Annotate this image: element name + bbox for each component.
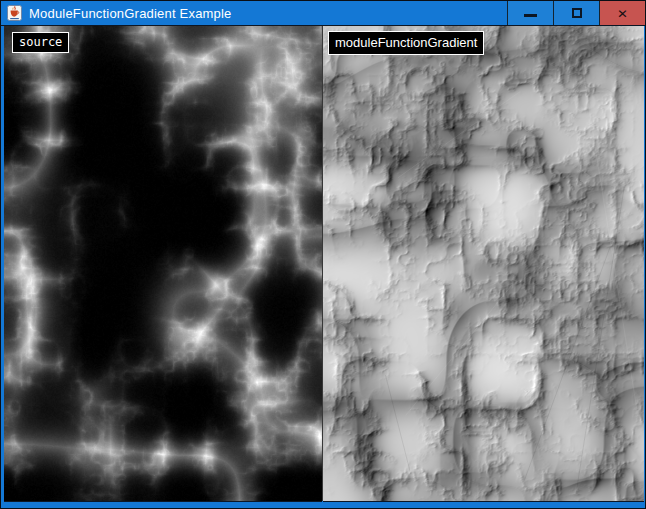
close-button[interactable]: ✕ [599, 1, 645, 25]
java-app-icon [7, 5, 22, 21]
app-window: ModuleFunctionGradient Example ✕ source … [0, 0, 646, 509]
title-bar[interactable]: ModuleFunctionGradient Example ✕ [1, 1, 645, 26]
maximize-icon [572, 8, 582, 18]
content-area: source moduleFunctionGradient [2, 26, 644, 507]
close-icon: ✕ [617, 7, 628, 19]
source-image-panel: source [4, 26, 322, 502]
source-noise-image [4, 26, 322, 501]
minimize-icon [524, 14, 537, 17]
gradient-image-label: moduleFunctionGradient [328, 31, 484, 55]
window-title: ModuleFunctionGradient Example [29, 6, 507, 21]
maximize-button[interactable] [553, 1, 599, 25]
gradient-image-panel: moduleFunctionGradient [323, 26, 644, 502]
minimize-button[interactable] [507, 1, 553, 25]
source-image-label: source [12, 32, 69, 53]
window-controls: ✕ [507, 1, 645, 25]
module-function-gradient-image [323, 26, 644, 501]
